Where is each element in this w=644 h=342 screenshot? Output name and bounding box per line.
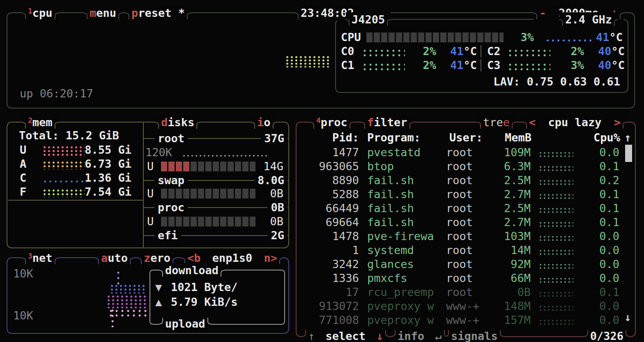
process-cpu-graph	[538, 235, 573, 241]
menu-button[interactable]: menu	[84, 6, 122, 21]
process-row[interactable]: 913072 pveproxy w www-+ 148M 0.0	[297, 299, 635, 313]
upload-arrow-icon: ▲	[155, 295, 162, 309]
process-pid: 8890	[300, 173, 359, 187]
proc-filter-button[interactable]: filter	[361, 115, 413, 130]
net-auto-button[interactable]: auto	[95, 251, 133, 266]
disk-name: proc	[154, 201, 188, 214]
process-row[interactable]: 3242 glances root 92M 0.0	[297, 257, 635, 271]
interval-decrease-button[interactable]: -	[539, 7, 546, 19]
core-temp: 41	[450, 59, 464, 72]
process-memory: 2.5M	[482, 201, 531, 215]
core-percent: 2%	[553, 44, 584, 58]
process-row[interactable]: 1336 pmxcfs root 66M 0.0	[297, 271, 635, 285]
process-row[interactable]: 771008 pveproxy w www-+ 157M 0.0	[297, 313, 635, 327]
process-cpu-graph	[538, 319, 573, 325]
process-row[interactable]: 1477 pvestatd root 109M 0.0	[297, 146, 635, 159]
tab-proc-label: proc	[321, 116, 347, 129]
selection-count: 0/326	[590, 330, 623, 342]
sort-next-button[interactable]: >	[614, 116, 621, 129]
tab-mem-hotkey: 2	[28, 116, 32, 125]
cpu-temp-unit: °C	[609, 31, 623, 44]
process-row[interactable]: 1 systemd root 14M 0.0	[297, 243, 635, 257]
process-memory: 66M	[482, 271, 531, 285]
tab-proc[interactable]: 4proc	[310, 115, 353, 130]
process-memory: 14M	[482, 243, 531, 257]
column-pid[interactable]: Pid:	[300, 131, 359, 145]
process-row[interactable]: 69664 fail.sh root 2.7M 0.1	[297, 215, 635, 229]
disk-used-label: U	[147, 159, 154, 173]
proc-tree-button[interactable]: tree	[477, 115, 515, 130]
select-up-icon: ↑	[308, 330, 315, 342]
process-name: fail.sh	[367, 201, 449, 215]
process-cpu: 0.1	[574, 187, 619, 201]
column-program[interactable]: Program:	[367, 131, 421, 145]
core-temp-unit: °C	[464, 59, 477, 72]
process-row[interactable]: 963065 btop root 6.3M 0.1	[297, 159, 635, 173]
cpu-box: 1cpu menu preset * 23:48:02 - 2000ms + u…	[7, 12, 635, 109]
process-pid: 3242	[300, 257, 359, 271]
process-cpu-graph	[538, 221, 573, 227]
disk-efi-header: efi 2G	[144, 229, 288, 243]
process-cpu-graph	[538, 263, 573, 269]
iface-next-button[interactable]: n>	[264, 252, 278, 264]
process-cpu-graph	[538, 165, 573, 171]
process-row[interactable]: 17 rcu_preemp root 0B 0.1	[297, 285, 635, 299]
preset-button[interactable]: preset *	[126, 6, 191, 21]
process-row[interactable]: 8890 fail.sh root 2.5M 0.2	[297, 173, 635, 187]
net-download-spike	[116, 270, 120, 285]
process-name: btop	[367, 159, 449, 173]
enter-key-icon: ↵	[431, 330, 442, 342]
proc-info-button[interactable]: info ↵	[392, 329, 448, 342]
process-row[interactable]: 5288 fail.sh root 2.7M 0.1	[297, 187, 635, 201]
menu-hotkey: m	[90, 7, 96, 19]
column-user[interactable]: User:	[449, 131, 483, 145]
core-label: C1	[341, 58, 354, 72]
core-label: C3	[487, 58, 501, 72]
process-row[interactable]: 1478 pve-firewa root 103M 0.0	[297, 229, 635, 243]
proc-signals-button[interactable]: signals	[445, 329, 504, 342]
iface-prev-button[interactable]: <b	[187, 252, 201, 264]
process-name: pveproxy w	[367, 313, 449, 327]
process-memory: 103M	[482, 229, 531, 243]
disk-root-header: root 37G	[144, 132, 288, 146]
process-memory: 2.7M	[482, 215, 531, 229]
disks-toggle[interactable]: disks	[155, 115, 200, 130]
net-upload-spike	[110, 307, 114, 327]
process-pid: 17	[300, 285, 359, 299]
process-cpu-graph	[538, 179, 573, 185]
tree-hotkey: e	[503, 116, 510, 129]
sort-prev-button[interactable]: <	[529, 116, 536, 129]
process-cpu-graph	[538, 193, 573, 199]
process-memory: 2.5M	[482, 173, 531, 187]
core-usage-graph	[507, 62, 550, 70]
disk-size: 2G	[267, 229, 288, 243]
disks-label: isks	[168, 116, 194, 129]
tab-net-hotkey: 3	[28, 252, 32, 260]
proc-box: 4proc filter tree < cpu lazy > Pid: Prog…	[296, 122, 636, 337]
core-temp: 40	[598, 59, 612, 72]
net-download-graph	[109, 284, 147, 293]
core-percent: 2%	[405, 44, 436, 58]
scroll-up-icon[interactable]: ↑	[624, 131, 631, 145]
scroll-down-icon[interactable]: ↓	[624, 311, 631, 324]
core-temp: 40	[598, 45, 612, 58]
mem-total: Total: 15.2 GiB	[19, 129, 119, 142]
column-cpu[interactable]: Cpu%	[574, 131, 620, 145]
proc-select-control[interactable]: ↑ select ↓	[302, 329, 389, 342]
process-name: pve-firewa	[367, 229, 449, 243]
process-row[interactable]: 66449 fail.sh root 2.5M 0.1	[297, 201, 635, 215]
column-memory[interactable]: MemB	[485, 131, 531, 145]
disk-size: 37G	[261, 132, 288, 146]
tab-net[interactable]: 3net	[22, 251, 58, 266]
io-toggle[interactable]: io	[251, 115, 276, 130]
scrollbar-thumb[interactable]	[625, 145, 632, 162]
process-pid: 1	[300, 243, 359, 257]
tab-cpu[interactable]: 1cpu	[22, 6, 58, 21]
net-speed-panel: download upload ▼ 1021 Byte/ ▲ 5.79 KiB/…	[150, 270, 285, 325]
tab-mem[interactable]: 2mem	[22, 115, 58, 130]
disk-proc-used-row: U 0B	[7, 215, 288, 229]
download-arrow-icon: ▼	[155, 280, 162, 294]
core-temp-unit: °C	[464, 45, 477, 58]
process-memory: 0B	[482, 285, 531, 299]
disk-used-value: 0B	[237, 215, 283, 229]
